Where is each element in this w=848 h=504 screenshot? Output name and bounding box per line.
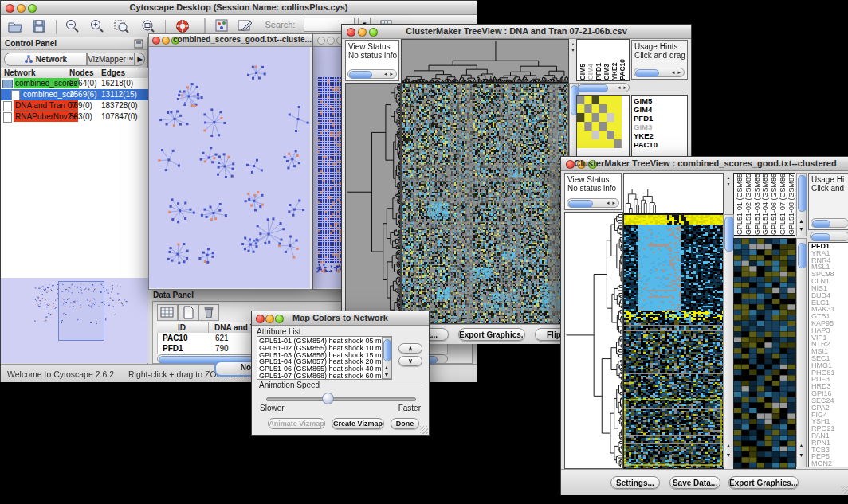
- scroll-up-icon[interactable]: ▲: [797, 442, 806, 449]
- network-row[interactable]: RNAPuberNov2+563(0)107847(0): [1, 111, 148, 123]
- help-icon[interactable]: [175, 18, 190, 34]
- tv1-usage-hints-text: Click and drag tc: [632, 51, 687, 60]
- tv2-heatmap-vscrollbar[interactable]: ▲ ▼: [723, 214, 734, 467]
- move-up-button[interactable]: ∧: [398, 343, 422, 354]
- tv1-gene-label[interactable]: GIM4: [634, 105, 687, 114]
- tv2-status-hscrollbar[interactable]: ◂ ▸: [567, 198, 619, 208]
- delete-attribute-button[interactable]: [198, 304, 219, 321]
- tv2-settings-button[interactable]: Settings...: [610, 476, 660, 489]
- tv1-status-hscrollbar[interactable]: ◂ ▸: [347, 69, 397, 79]
- minimize-button[interactable]: [327, 37, 335, 45]
- tv2-column-label: GPL51-07 (GSM868): [779, 173, 787, 235]
- data-cell-id: PAC10: [163, 333, 188, 343]
- animation-speed-slider-track[interactable]: [266, 397, 416, 401]
- tab-vizmapper[interactable]: VizMapper™: [87, 53, 135, 66]
- attribute-list-vscrollbar[interactable]: ▲ ▼: [382, 337, 391, 379]
- network-tab-icon: [24, 54, 33, 64]
- resize-grip[interactable]: [420, 426, 428, 434]
- tv1-hints-hscrollbar[interactable]: ◂ ▸: [634, 68, 685, 77]
- tv2-genelist-hscrollbar[interactable]: [810, 232, 848, 241]
- new-attribute-button[interactable]: [178, 304, 198, 321]
- attribute-item[interactable]: GPL51-07 (GSM868) heat shock 60 min: [259, 373, 391, 380]
- tv2-button-bar: Settings... Save Data... Export Graphics…: [561, 469, 848, 495]
- create-vizmap-button[interactable]: Create Vizmap: [332, 418, 384, 429]
- tv2-collabel-vscrollbar[interactable]: ▲ ▼: [796, 173, 807, 236]
- dialog-titlebar[interactable]: Map Colors to Network: [252, 311, 429, 326]
- scroll-down-icon[interactable]: ▼: [797, 225, 806, 232]
- tv1-column-dendrogram[interactable]: [401, 39, 569, 84]
- tv2-gene-label[interactable]: MON2: [811, 460, 848, 467]
- main-window-title: Cytoscape Desktop (Session Name: collins…: [1, 2, 477, 12]
- resize-grip[interactable]: [841, 486, 848, 494]
- animate-vizmap-button[interactable]: Animate Vizmap: [268, 418, 325, 429]
- col-nodes[interactable]: Nodes: [69, 68, 94, 78]
- network-view-window-1: combined_scores_good.txt--cluste...: [148, 33, 312, 290]
- tv2-column-label: GPL51-03 (GSM856): [753, 173, 762, 235]
- network-row[interactable]: DNA and Tran 07769(0)183728(0): [1, 100, 148, 111]
- minimize-button[interactable]: [162, 37, 170, 45]
- treeview1-titlebar[interactable]: ClusterMaker TreeView : DNA and Tran 07-…: [342, 25, 691, 39]
- close-button[interactable]: [152, 37, 160, 45]
- close-button[interactable]: [317, 37, 325, 45]
- open-file-icon[interactable]: [7, 18, 23, 34]
- tv1-gene-label[interactable]: GIM3: [634, 123, 687, 131]
- attribute-listbox[interactable]: GPL51-01 (GSM854) heat shock 05 minGPL51…: [257, 336, 392, 380]
- treeview2-titlebar[interactable]: ClusterMaker TreeView : combined_scores_…: [561, 157, 848, 171]
- tv1-gene-label[interactable]: PFD1: [634, 114, 687, 123]
- col-edges[interactable]: Edges: [101, 68, 125, 78]
- tv2-zoom-vscrollbar[interactable]: ▲ ▼: [796, 238, 807, 467]
- zoom-in-icon[interactable]: [89, 18, 105, 34]
- scroll-down-icon[interactable]: ▼: [797, 451, 806, 459]
- network-overview-icon[interactable]: [214, 18, 229, 34]
- scroll-up-icon[interactable]: ▲: [383, 364, 391, 371]
- tv2-usage-hints-title: Usage Hi: [809, 174, 848, 184]
- toolbar-separator: [204, 18, 206, 34]
- network1-titlebar[interactable]: combined_scores_good.txt--cluste...: [149, 34, 312, 47]
- scroll-up-icon[interactable]: ▲: [797, 217, 806, 225]
- tv2-save-data-button[interactable]: Save Data...: [669, 476, 720, 489]
- move-down-button[interactable]: ∨: [398, 356, 422, 366]
- network-overview-panel[interactable]: [1, 278, 148, 363]
- tv2-tree-arrows[interactable]: ▴▾: [725, 174, 732, 211]
- zoom-out-icon[interactable]: [65, 18, 80, 34]
- tab-overflow-button[interactable]: ▶: [135, 53, 145, 66]
- save-icon[interactable]: [31, 18, 47, 34]
- col-network[interactable]: Network: [4, 68, 35, 78]
- tab-network[interactable]: Network: [4, 53, 87, 66]
- tv1-gene-label[interactable]: YKE2: [634, 131, 687, 140]
- network1-canvas[interactable]: [149, 47, 310, 288]
- tv1-usage-hints-title: Usage Hints: [632, 41, 687, 51]
- annotation-icon[interactable]: [237, 18, 253, 34]
- network-row[interactable]: combined_scores2764(0)16218(0): [1, 78, 148, 89]
- network-name: combined_sco: [22, 89, 76, 100]
- main-titlebar[interactable]: Cytoscape Desktop (Session Name: collins…: [1, 1, 477, 15]
- tv1-row-dendrogram[interactable]: [345, 83, 401, 324]
- tv1-tree-arrows[interactable]: ▴▾: [570, 41, 576, 80]
- select-attributes-button[interactable]: [157, 304, 178, 321]
- animation-speed-slider-thumb[interactable]: [322, 393, 334, 404]
- network-node-count: 563(0): [69, 111, 92, 123]
- network-row[interactable]: combined_sco2569(6)13112(15): [1, 89, 148, 100]
- float-panel-icon[interactable]: [134, 39, 143, 49]
- tv2-hints-hscrollbar[interactable]: [811, 218, 848, 228]
- tv2-export-graphics-button[interactable]: Export Graphics...: [728, 476, 799, 489]
- scroll-down-icon[interactable]: ▼: [383, 371, 391, 378]
- tv2-heatmap[interactable]: [623, 214, 724, 469]
- tv1-collabel-hscrollbar[interactable]: ◂ ▸: [576, 83, 630, 92]
- tv1-zoom-heatmap[interactable]: [577, 96, 629, 162]
- tv1-heatmap[interactable]: [401, 83, 569, 324]
- zoom-selected-icon[interactable]: [113, 18, 131, 34]
- data-col-id[interactable]: ID: [178, 322, 186, 333]
- done-button[interactable]: Done: [391, 418, 419, 429]
- tv2-column-dendrogram[interactable]: [623, 173, 724, 215]
- zoom-fit-icon[interactable]: [139, 18, 157, 34]
- tv1-export-graphics-button[interactable]: Export Graphics...: [458, 328, 525, 341]
- scroll-up-icon[interactable]: ▲: [724, 442, 733, 449]
- tv2-zoom-heatmap[interactable]: [733, 238, 796, 469]
- tv2-row-dendrogram[interactable]: [564, 212, 623, 469]
- tv1-gene-label[interactable]: GIM5: [634, 96, 687, 105]
- tv1-gene-label[interactable]: PAC10: [634, 140, 687, 149]
- treeview2-title: ClusterMaker TreeView : combined_scores_…: [561, 158, 848, 168]
- tv1-column-label: GIM4: [587, 59, 595, 80]
- scroll-down-icon[interactable]: ▼: [724, 451, 733, 459]
